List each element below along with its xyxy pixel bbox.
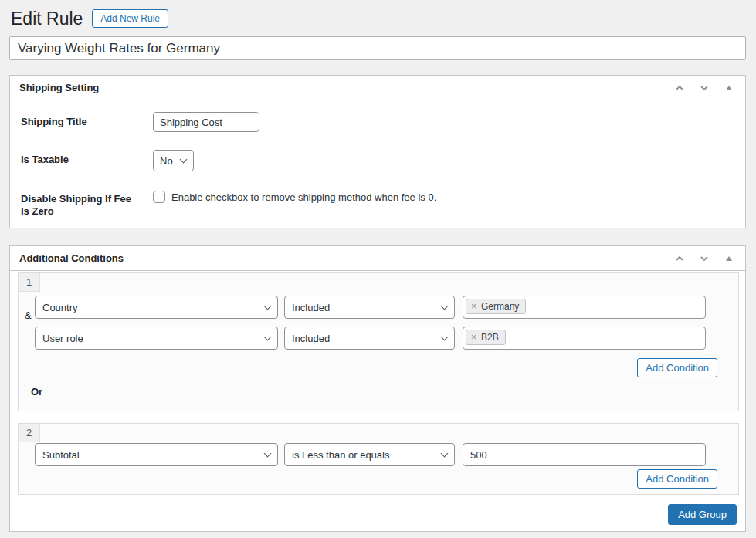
disable-if-zero-checkbox[interactable] [153,191,165,203]
is-taxable-row: Is Taxable No [10,150,745,171]
chevron-down-icon [441,303,449,310]
page-header: Edit Rule Add New Rule [11,8,168,29]
page-title: Edit Rule [11,8,83,29]
condition-values-multiselect[interactable]: × Germany [463,296,706,319]
panel-controls [673,81,736,95]
panel-controls [673,252,736,266]
is-taxable-select[interactable]: No [153,150,194,171]
move-down-icon[interactable] [697,81,711,95]
shipping-setting-title: Shipping Setting [19,82,99,93]
move-down-icon[interactable] [697,252,711,266]
condition-operator-select[interactable]: is Less than or equals [284,443,455,466]
chevron-down-icon [179,156,187,164]
value-tag: × Germany [466,299,526,314]
shipping-setting-header: Shipping Setting [10,76,745,100]
condition-field-select[interactable]: User role [35,327,278,350]
is-taxable-label: Is Taxable [21,150,153,166]
condition-row: Country Included × Germany [35,296,706,319]
chevron-down-icon [264,303,272,310]
condition-field-value: User role [42,333,83,344]
or-join-label: Or [31,386,42,398]
add-group-button[interactable]: Add Group [668,504,737,525]
disable-if-zero-row: Disable Shipping If Fee Is Zero Enable c… [10,189,745,218]
disable-if-zero-description: Enable checkbox to remove shipping metho… [171,191,436,203]
condition-operator-value: is Less than or equals [292,449,389,461]
add-new-rule-button[interactable]: Add New Rule [92,9,168,28]
rule-name-input[interactable] [9,36,746,60]
chevron-down-icon [264,333,272,341]
add-condition-button[interactable]: Add Condition [637,469,717,489]
condition-operator-value: Included [292,302,330,313]
condition-field-value: Country [42,302,78,313]
is-taxable-value: No [160,155,173,167]
shipping-title-input[interactable] [153,112,259,132]
value-tag-label: B2B [481,332,499,343]
move-up-icon[interactable] [673,81,687,95]
remove-tag-icon[interactable]: × [471,301,476,312]
group-number-badge: 2 [19,424,40,442]
condition-field-select[interactable]: Subtotal [35,443,278,466]
condition-operator-select[interactable]: Included [284,296,455,319]
additional-conditions-title: Additional Conditions [19,252,124,264]
remove-tag-icon[interactable]: × [471,332,476,343]
chevron-down-icon [441,450,449,458]
chevron-down-icon [264,450,272,458]
condition-field-value: Subtotal [42,449,80,461]
and-join-label: & [25,310,32,321]
additional-conditions-header: Additional Conditions [10,246,745,271]
condition-operator-value: Included [292,333,330,344]
move-up-icon[interactable] [673,252,687,266]
collapse-toggle-icon[interactable] [722,252,736,266]
condition-group-2: 2 Subtotal is Less than or equals Add Co… [18,423,739,495]
condition-values-multiselect[interactable]: × B2B [463,327,706,350]
condition-group-1: 1 Country Included × Germany & User role [18,272,739,411]
value-tag: × B2B [466,330,506,345]
condition-value-input[interactable] [463,443,706,466]
group-number-badge: 1 [19,273,40,292]
condition-field-select[interactable]: Country [35,296,278,319]
condition-operator-select[interactable]: Included [284,327,455,350]
additional-conditions-panel: Additional Conditions 1 Country Included [9,245,746,532]
disable-if-zero-control: Enable checkbox to remove shipping metho… [153,189,436,203]
value-tag-label: Germany [481,301,519,312]
chevron-down-icon [441,333,449,341]
shipping-title-label: Shipping Title [21,112,153,128]
collapse-toggle-icon[interactable] [722,81,736,95]
add-condition-button[interactable]: Add Condition [637,358,717,377]
shipping-setting-panel: Shipping Setting Shipping Title Is Taxab… [9,75,746,228]
condition-row: Subtotal is Less than or equals [35,443,706,466]
disable-if-zero-label: Disable Shipping If Fee Is Zero [21,189,153,218]
shipping-title-row: Shipping Title [10,112,745,132]
condition-row: User role Included × B2B [35,327,706,350]
